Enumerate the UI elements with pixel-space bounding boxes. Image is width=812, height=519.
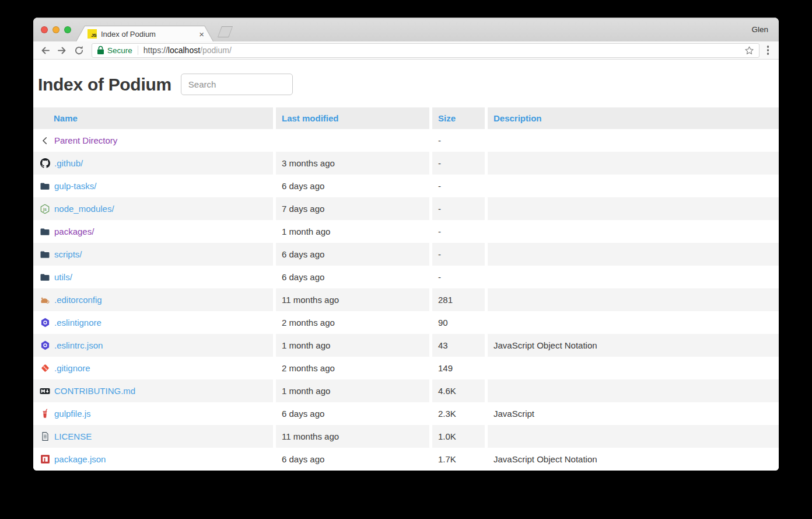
- description-cell: JavaScript Object Notation: [488, 448, 779, 471]
- folder-icon: [40, 249, 50, 260]
- description-cell: [488, 379, 779, 402]
- address-bar[interactable]: Secure https://localhost/podium/: [92, 43, 760, 58]
- size-cell: -: [432, 220, 485, 243]
- gulp-icon: [40, 409, 50, 419]
- file-link[interactable]: CONTRIBUTING.md: [54, 386, 135, 396]
- tab-close-icon[interactable]: ×: [199, 30, 204, 39]
- table-row: scripts/6 days ago-: [33, 243, 779, 266]
- name-cell: .github/: [33, 152, 273, 175]
- size-cell: 149: [432, 357, 485, 379]
- security-chip[interactable]: Secure: [97, 46, 132, 55]
- table-row: .eslintrc.json1 month ago43JavaScript Ob…: [33, 334, 779, 357]
- description-cell: [488, 357, 779, 379]
- table-row: packages/1 month ago-: [33, 220, 779, 243]
- size-cell: 1.0K: [432, 425, 485, 448]
- nodejs-icon: js: [40, 204, 50, 214]
- column-header-name[interactable]: Name: [33, 107, 273, 129]
- table-row: jsnode_modules/7 days ago-: [33, 197, 779, 220]
- description-cell: [488, 220, 779, 243]
- file-link[interactable]: scripts/: [54, 249, 82, 259]
- url-text: https://localhost/podium/: [144, 46, 232, 55]
- file-link[interactable]: .editorconfig: [54, 295, 102, 305]
- profile-name[interactable]: Glen: [751, 25, 768, 34]
- page-content: Index of Podium NameLast modifiedSizeDes…: [33, 60, 779, 471]
- name-cell: jsnode_modules/: [33, 197, 273, 220]
- table-row: CONTRIBUTING.md1 month ago4.6K: [33, 379, 779, 402]
- name-cell: .gitignore: [33, 357, 273, 379]
- window-controls: [41, 26, 71, 33]
- column-header-modified[interactable]: Last modified: [276, 107, 429, 129]
- markdown-icon: [40, 386, 50, 396]
- size-cell: -: [432, 197, 485, 220]
- new-tab-button[interactable]: [218, 26, 233, 37]
- description-cell: [488, 311, 779, 334]
- description-cell: [488, 266, 779, 288]
- file-link[interactable]: .eslintrc.json: [54, 340, 103, 350]
- modified-cell: [276, 129, 429, 152]
- browser-window: JS Index of Podium × Glen Secure https:/…: [33, 18, 779, 471]
- size-cell: -: [432, 243, 485, 266]
- name-cell: packages/: [33, 220, 273, 243]
- file-link[interactable]: .eslintignore: [54, 318, 102, 328]
- folder-icon: [40, 181, 50, 191]
- browser-menu-icon[interactable]: [765, 44, 771, 56]
- name-cell: .eslintignore: [33, 311, 273, 334]
- table-row: .eslintignore2 months ago90: [33, 311, 779, 334]
- secure-label: Secure: [107, 46, 132, 55]
- size-cell: 2.3K: [432, 402, 485, 425]
- modified-cell: 6 days ago: [276, 448, 429, 471]
- eslint-icon: [40, 318, 50, 328]
- name-cell: scripts/: [33, 243, 273, 266]
- name-cell: utils/: [33, 266, 273, 288]
- table-row: gulpfile.js6 days ago2.3KJavaScript: [33, 402, 779, 425]
- description-cell: [488, 152, 779, 175]
- table-row: Parent Directory-: [33, 129, 779, 152]
- file-link[interactable]: gulp-tasks/: [54, 181, 97, 191]
- file-link[interactable]: utils/: [54, 272, 72, 282]
- tab-index-of-podium[interactable]: JS Index of Podium ×: [76, 26, 214, 41]
- file-link[interactable]: gulpfile.js: [54, 409, 91, 419]
- table-row: gulp-tasks/6 days ago-: [33, 175, 779, 197]
- description-cell: [488, 129, 779, 152]
- modified-cell: 3 months ago: [276, 152, 429, 175]
- table-header-row: NameLast modifiedSizeDescription: [33, 107, 779, 129]
- modified-cell: 7 days ago: [276, 197, 429, 220]
- size-cell: -: [432, 129, 485, 152]
- file-link[interactable]: node_modules/: [54, 204, 114, 214]
- size-cell: -: [432, 175, 485, 197]
- folder-icon: [40, 272, 50, 283]
- npm-icon: [40, 454, 50, 465]
- description-cell: JavaScript: [488, 402, 779, 425]
- close-window-button[interactable]: [41, 26, 48, 33]
- description-cell: [488, 197, 779, 220]
- reload-button[interactable]: [74, 45, 85, 56]
- file-link[interactable]: .github/: [54, 158, 83, 168]
- modified-cell: 6 days ago: [276, 402, 429, 425]
- search-input[interactable]: [181, 74, 293, 95]
- zoom-window-button[interactable]: [64, 26, 71, 33]
- modified-cell: 1 month ago: [276, 379, 429, 402]
- file-link[interactable]: Parent Directory: [54, 135, 117, 145]
- table-row: .editorconfig11 months ago281: [33, 288, 779, 311]
- omnibox-separator: [138, 46, 138, 55]
- minimize-window-button[interactable]: [52, 26, 60, 33]
- table-row: utils/6 days ago-: [33, 266, 779, 288]
- size-cell: 1.7K: [432, 448, 485, 471]
- column-header-size[interactable]: Size: [432, 107, 485, 129]
- table-row: .github/3 months ago-: [33, 152, 779, 175]
- name-cell: LICENSE: [33, 425, 273, 448]
- bookmark-star-icon[interactable]: [744, 46, 754, 55]
- file-link[interactable]: packages/: [54, 227, 94, 236]
- forward-button[interactable]: [57, 45, 68, 56]
- js-favicon-icon: JS: [88, 29, 97, 39]
- name-cell: .editorconfig: [33, 288, 273, 311]
- file-link[interactable]: package.json: [54, 454, 106, 464]
- name-cell: CONTRIBUTING.md: [33, 379, 273, 402]
- name-cell: package.json: [33, 448, 273, 471]
- file-link[interactable]: LICENSE: [54, 431, 92, 441]
- file-link[interactable]: .gitignore: [54, 363, 90, 373]
- back-button[interactable]: [40, 45, 51, 56]
- table-row: package.json6 days ago1.7KJavaScript Obj…: [33, 448, 779, 471]
- column-header-description[interactable]: Description: [488, 107, 779, 129]
- table-row: LICENSE11 months ago1.0K: [33, 425, 779, 448]
